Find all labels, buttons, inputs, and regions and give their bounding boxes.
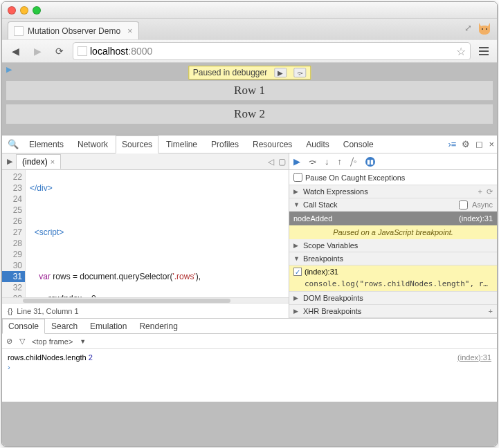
pause-caught-label: Pause On Caught Exceptions bbox=[305, 174, 405, 182]
drawer-tab-rendering[interactable]: Rendering bbox=[133, 319, 183, 334]
file-tab[interactable]: (index) × bbox=[16, 154, 61, 169]
extension-icon[interactable] bbox=[476, 20, 493, 37]
drawer-tab-search[interactable]: Search bbox=[45, 319, 84, 334]
back-button[interactable]: ◀ bbox=[6, 43, 24, 59]
favicon-icon bbox=[14, 26, 24, 36]
tab-audits[interactable]: Audits bbox=[300, 136, 335, 153]
console-toolbar: ⊘ ▽ <top frame> ▼ bbox=[2, 334, 497, 349]
step-into-button[interactable]: ↓ bbox=[325, 156, 329, 167]
callstack-frame[interactable]: nodeAdded (index):31 bbox=[289, 212, 497, 225]
deactivate-bp-button[interactable]: ⧸◦ bbox=[350, 156, 357, 167]
page-content: ▶ Paused in debugger ▶ ⤼ Row 1 Row 2 🔍 E… bbox=[2, 63, 497, 446]
sources-panel: ▶ (index) × ◁ ▢ 22 23 bbox=[2, 153, 497, 319]
xhr-bp-header[interactable]: ▶XHR Breakpoints + bbox=[289, 305, 497, 318]
drawer-tabbar: Console Search Emulation Rendering bbox=[2, 319, 497, 334]
scope-header[interactable]: ▶Scope Variables bbox=[289, 239, 497, 252]
code-editor[interactable]: 22 23 24 25 26 27 28 29 30 31 32 33 bbox=[2, 170, 289, 297]
console-output[interactable]: rows.childNodes.length 2 (index):31 › bbox=[2, 349, 497, 402]
zoom-window-button[interactable] bbox=[33, 6, 41, 15]
close-tab-icon[interactable]: × bbox=[127, 26, 133, 36]
drawer-tab-emulation[interactable]: Emulation bbox=[84, 319, 133, 334]
browser-tab[interactable]: Mutation Observer Demo × bbox=[8, 21, 139, 39]
horizontal-scrollbar[interactable] bbox=[2, 297, 289, 303]
breakpoint-checkbox[interactable]: ✓ bbox=[293, 268, 302, 276]
content-row: Row 2 bbox=[6, 104, 493, 124]
navigator-toggle-icon[interactable]: ▶ bbox=[3, 157, 16, 166]
pause-caught-checkbox[interactable] bbox=[293, 173, 302, 182]
browser-window: Mutation Observer Demo × ⤢ ◀ ▶ ⟳ localho… bbox=[1, 1, 498, 447]
history-fwd-icon[interactable]: ▢ bbox=[278, 157, 286, 167]
step-over-button[interactable]: ⤼ bbox=[309, 156, 316, 167]
clear-console-icon[interactable]: ⊘ bbox=[6, 337, 12, 346]
bookmark-icon[interactable]: ☆ bbox=[456, 45, 466, 58]
console-drawer: ⊘ ▽ <top frame> ▼ rows.childNodes.length… bbox=[2, 334, 497, 402]
dock-icon[interactable]: ◻ bbox=[475, 139, 483, 149]
cursor-position: Line 31, Column 1 bbox=[17, 307, 78, 315]
refresh-watch-icon[interactable]: ⟳ bbox=[487, 187, 493, 196]
rows-container: Row 1 Row 2 bbox=[2, 75, 497, 133]
breakpoint-item[interactable]: ✓ (index):31 bbox=[289, 265, 497, 278]
tab-timeline[interactable]: Timeline bbox=[160, 136, 203, 153]
banner-step-button[interactable]: ⤼ bbox=[293, 68, 306, 77]
banner-resume-button[interactable]: ▶ bbox=[274, 68, 287, 77]
window-controls bbox=[8, 6, 41, 15]
paused-reason: Paused on a JavaScript breakpoint. bbox=[289, 225, 497, 239]
console-source-link[interactable]: (index):31 bbox=[457, 353, 491, 362]
drawer-tab-console[interactable]: Console bbox=[2, 319, 45, 334]
address-bar[interactable]: localhost:8000 ☆ bbox=[73, 42, 471, 60]
add-watch-icon[interactable]: + bbox=[478, 187, 482, 196]
paused-banner: Paused in debugger ▶ ⤼ bbox=[188, 66, 311, 80]
filter-icon[interactable]: ▽ bbox=[19, 337, 25, 346]
add-xhr-bp-icon[interactable]: + bbox=[489, 307, 493, 315]
file-tab-label: (index) bbox=[22, 157, 48, 167]
browser-tabstrip: Mutation Observer Demo × ⤢ bbox=[2, 19, 497, 39]
reload-button[interactable]: ⟳ bbox=[51, 43, 69, 59]
expand-icon[interactable]: ⤢ bbox=[464, 23, 472, 33]
content-row: Row 1 bbox=[6, 81, 493, 100]
settings-icon[interactable]: ⚙ bbox=[462, 139, 470, 149]
breakpoint-preview: console.log("rows.childNodes.length", r… bbox=[289, 278, 497, 292]
format-icon[interactable]: {} bbox=[8, 307, 12, 315]
devtools-tabbar: 🔍 Elements Network Sources Timeline Prof… bbox=[2, 136, 497, 153]
history-back-icon[interactable]: ◁ bbox=[268, 157, 274, 167]
resume-button[interactable]: ▶ bbox=[293, 156, 300, 167]
editor-status: {} Line 31, Column 1 bbox=[2, 303, 289, 318]
tab-profiles[interactable]: Profiles bbox=[205, 136, 245, 153]
titlebar bbox=[2, 2, 497, 19]
forward-button[interactable]: ▶ bbox=[28, 43, 46, 59]
minimize-window-button[interactable] bbox=[20, 6, 28, 15]
tab-title: Mutation Observer Demo bbox=[28, 26, 120, 36]
devtools-panel: 🔍 Elements Network Sources Timeline Prof… bbox=[2, 133, 497, 402]
callstack-header[interactable]: ▼Call Stack Async bbox=[289, 198, 497, 212]
frame-selector[interactable]: <top frame> bbox=[32, 337, 73, 346]
close-devtools-icon[interactable]: × bbox=[489, 139, 494, 149]
page-icon bbox=[78, 46, 87, 56]
line-gutter[interactable]: 22 23 24 25 26 27 28 29 30 31 32 33 bbox=[2, 170, 26, 297]
page-resume-icon[interactable]: ▶ bbox=[6, 65, 12, 74]
paused-banner-text: Paused in debugger bbox=[193, 68, 267, 77]
tab-elements[interactable]: Elements bbox=[23, 136, 70, 153]
svg-point-0 bbox=[482, 28, 483, 30]
async-checkbox[interactable] bbox=[459, 200, 468, 209]
code-pane: ▶ (index) × ◁ ▢ 22 23 bbox=[2, 153, 289, 318]
menu-button[interactable] bbox=[475, 43, 493, 59]
step-out-button[interactable]: ↑ bbox=[338, 156, 343, 167]
close-file-icon[interactable]: × bbox=[51, 158, 55, 166]
breakpoints-header[interactable]: ▼Breakpoints bbox=[289, 252, 497, 265]
breakpoint-marker: 31 bbox=[2, 271, 25, 282]
tab-console[interactable]: Console bbox=[337, 136, 380, 153]
dom-bp-header[interactable]: ▶DOM Breakpoints bbox=[289, 292, 497, 305]
tab-network[interactable]: Network bbox=[71, 136, 114, 153]
svg-point-1 bbox=[486, 28, 487, 30]
tab-sources[interactable]: Sources bbox=[116, 136, 158, 153]
console-prompt[interactable]: › bbox=[8, 363, 491, 371]
drawer-toggle-icon[interactable]: ›≡ bbox=[448, 139, 456, 149]
debug-toolbar: ▶ ⤼ ↓ ↑ ⧸◦ ▮▮ bbox=[289, 153, 497, 170]
inspect-icon[interactable]: 🔍 bbox=[5, 139, 21, 149]
tab-resources[interactable]: Resources bbox=[246, 136, 298, 153]
pause-exceptions-button[interactable]: ▮▮ bbox=[365, 157, 375, 167]
close-window-button[interactable] bbox=[8, 6, 16, 15]
watch-header[interactable]: ▶Watch Expressions +⟳ bbox=[289, 185, 497, 198]
nav-toolbar: ◀ ▶ ⟳ localhost:8000 ☆ bbox=[2, 39, 497, 63]
code-lines: </div> <script> var rows = document.quer… bbox=[26, 170, 289, 297]
